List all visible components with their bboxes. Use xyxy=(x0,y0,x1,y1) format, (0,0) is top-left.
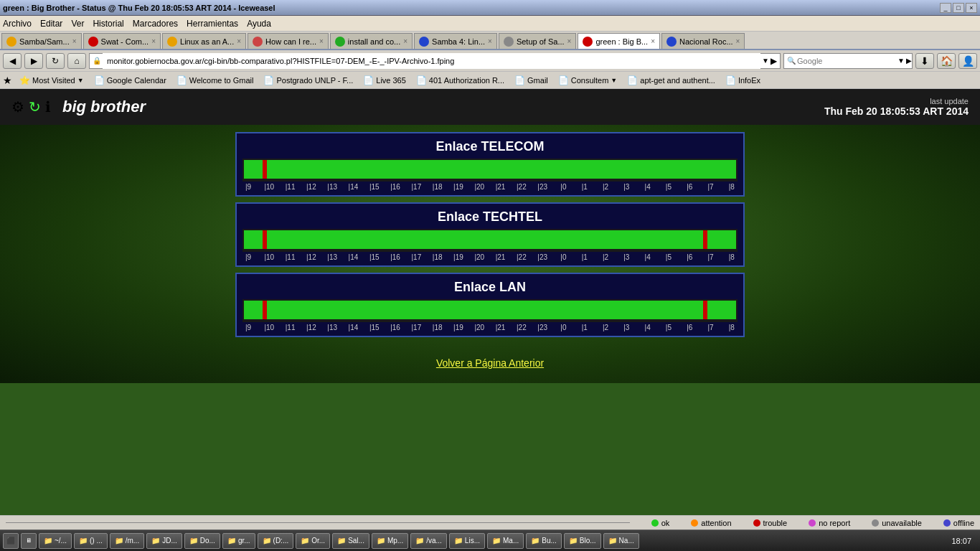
taskbar-btn-11[interactable]: 📁Lis... xyxy=(449,533,485,549)
menu-marcadores[interactable]: Marcadores xyxy=(133,19,178,29)
axis-label-0-13: |22 xyxy=(516,183,527,191)
taskbar-btn-13[interactable]: 📁Bu... xyxy=(526,533,562,549)
refresh-icon[interactable]: ↻ xyxy=(29,98,41,116)
go-icon[interactable]: ▶ xyxy=(771,56,777,66)
status-label-unavailable: unavailable xyxy=(882,519,922,527)
chart-red-right-2 xyxy=(703,301,707,319)
download-button[interactable]: ⬇ xyxy=(915,53,934,69)
tab-close-2[interactable]: × xyxy=(237,37,241,45)
bookmark-8[interactable]: 📄apt-get and authent... xyxy=(624,74,718,87)
bookmark-3[interactable]: 📄Postgrado UNLP - F... xyxy=(260,74,356,87)
chart-bar-area-1 xyxy=(242,229,738,252)
bookmark-4[interactable]: 📄Live 365 xyxy=(360,74,409,87)
charts-area: Enlace TELECOM|9|10|11|12|13|14|15|16|17… xyxy=(221,125,759,350)
status-label-attention: attention xyxy=(701,519,731,527)
taskbar-btn-0[interactable]: 📁~/... xyxy=(39,533,72,549)
show-desktop-button[interactable]: 🖥 xyxy=(21,533,37,549)
taskbar-btn-6[interactable]: 📁(D:... xyxy=(258,533,294,549)
bookmark-9[interactable]: 📄InfoEx xyxy=(722,74,763,87)
bookmark-icon-5: 📄 xyxy=(416,75,427,85)
info-icon[interactable]: ℹ xyxy=(45,98,51,116)
tab-close-5[interactable]: × xyxy=(488,37,492,45)
tab-close-4[interactable]: × xyxy=(403,37,407,45)
taskbar-btn-5[interactable]: 📁gr... xyxy=(222,533,255,549)
search-input[interactable] xyxy=(797,57,896,65)
chart-title-0: Enlace TELECOM xyxy=(237,133,743,157)
tab-close-7[interactable]: × xyxy=(651,37,655,45)
home-button[interactable]: ⌂ xyxy=(67,53,86,69)
tab-label-5: Samba 4: Lin... xyxy=(432,37,485,46)
home-button2[interactable]: 🏠 xyxy=(937,53,956,69)
axis-label-0-22: |7 xyxy=(705,183,717,191)
axis-label-1-2: |11 xyxy=(285,253,296,261)
taskbar-btn-12[interactable]: 📁Ma... xyxy=(487,533,524,549)
taskbar-btn-7[interactable]: 📁Or... xyxy=(296,533,330,549)
bookmark-7[interactable]: 📄Consultem▼ xyxy=(555,74,621,87)
axis-label-2-22: |7 xyxy=(705,324,717,331)
tab-4[interactable]: install and co...× xyxy=(330,33,413,49)
minimize-button[interactable]: _ xyxy=(940,3,951,13)
back-button[interactable]: ◀ xyxy=(3,53,22,69)
bookmark-1[interactable]: 📄Google Calendar xyxy=(91,74,169,87)
chart-bar-area-2 xyxy=(242,299,738,322)
axis-label-2-10: |19 xyxy=(453,324,464,331)
search-go-icon[interactable]: ▶ xyxy=(906,57,912,65)
chart-axis-0: |9|10|11|12|13|14|15|16|17|18|19|20|21|2… xyxy=(237,182,743,192)
browser-content: ⚙ ↻ ℹ big brother last update Thu Feb 20… xyxy=(0,89,980,383)
close-button[interactable]: × xyxy=(966,3,977,13)
bookmark-0[interactable]: ⭐Most Visited▼ xyxy=(17,74,87,87)
bb-header: ⚙ ↻ ℹ big brother last update Thu Feb 20… xyxy=(0,89,980,125)
axis-label-1-11: |20 xyxy=(473,253,485,261)
url-input[interactable] xyxy=(103,53,760,69)
tab-close-1[interactable]: × xyxy=(151,37,156,45)
back-link[interactable]: Volver a Página Anterior xyxy=(436,357,544,369)
axis-label-0-7: |16 xyxy=(390,183,401,191)
menu-archivo[interactable]: Archivo xyxy=(3,19,32,29)
tab-3[interactable]: How can I re...× xyxy=(248,33,329,49)
tab-2[interactable]: Linux as an A...× xyxy=(162,33,246,49)
tab-6[interactable]: Setup of Sa...× xyxy=(499,33,577,49)
taskbar-btn-8[interactable]: 📁Sal... xyxy=(332,533,369,549)
taskbar-btn-2[interactable]: 📁/m... xyxy=(110,533,144,549)
reload-button[interactable]: ↻ xyxy=(46,53,65,69)
axis-label-1-17: |2 xyxy=(600,253,611,261)
tab-1[interactable]: Swat - Com...× xyxy=(83,33,161,49)
bookmark-5[interactable]: 📄401 Authorization R... xyxy=(413,74,507,87)
bookmark-label-1: Google Calendar xyxy=(107,76,166,85)
menu-ayuda[interactable]: Ayuda xyxy=(247,19,271,29)
menu-historial[interactable]: Historial xyxy=(93,19,123,29)
tab-close-0[interactable]: × xyxy=(72,37,77,45)
taskbar-btn-15[interactable]: 📁Na... xyxy=(603,533,639,549)
tab-close-3[interactable]: × xyxy=(319,37,324,45)
axis-label-2-20: |5 xyxy=(663,324,674,331)
bookmark-6[interactable]: 📄Gmail xyxy=(512,74,551,87)
axis-label-1-18: |3 xyxy=(621,253,632,261)
taskbar-label-8: Sal... xyxy=(348,537,364,545)
taskbar-btn-10[interactable]: 📁/va... xyxy=(410,533,447,549)
taskbar-label-9: Mp... xyxy=(387,537,403,545)
axis-label-1-15: |0 xyxy=(557,253,569,261)
taskbar-btn-1[interactable]: 📁() ... xyxy=(74,533,108,549)
user-button[interactable]: 👤 xyxy=(958,53,977,69)
taskbar-btn-4[interactable]: 📁Do... xyxy=(184,533,220,549)
taskbar-btn-9[interactable]: 📁Mp... xyxy=(372,533,408,549)
tab-close-8[interactable]: × xyxy=(736,37,740,45)
maximize-button[interactable]: □ xyxy=(953,3,964,13)
tab-5[interactable]: Samba 4: Lin...× xyxy=(414,33,497,49)
menu-herramientas[interactable]: Herramientas xyxy=(187,19,238,29)
tab-0[interactable]: Samba/Sam...× xyxy=(1,33,82,49)
menu-editar[interactable]: Editar xyxy=(40,19,62,29)
forward-button[interactable]: ▶ xyxy=(24,53,43,69)
bookmark-2[interactable]: 📄Welcome to Gmail xyxy=(174,74,257,87)
bookmark-icon-1: 📄 xyxy=(94,75,105,85)
tab-8[interactable]: Nacional Roc...× xyxy=(661,33,745,49)
taskbar-btn-14[interactable]: 📁Blo... xyxy=(564,533,601,549)
tab-7[interactable]: green : Big B...× xyxy=(578,33,660,49)
taskbar-btn-3[interactable]: 📁JD... xyxy=(146,533,182,549)
dropdown-icon[interactable]: ▼ xyxy=(762,57,769,65)
tab-close-6[interactable]: × xyxy=(567,37,572,45)
menu-ver[interactable]: Ver xyxy=(71,19,84,29)
search-dropdown-icon[interactable]: ▼ xyxy=(897,57,905,65)
status-dot-no report xyxy=(809,519,816,527)
taskbar-label-12: Ma... xyxy=(503,537,519,545)
